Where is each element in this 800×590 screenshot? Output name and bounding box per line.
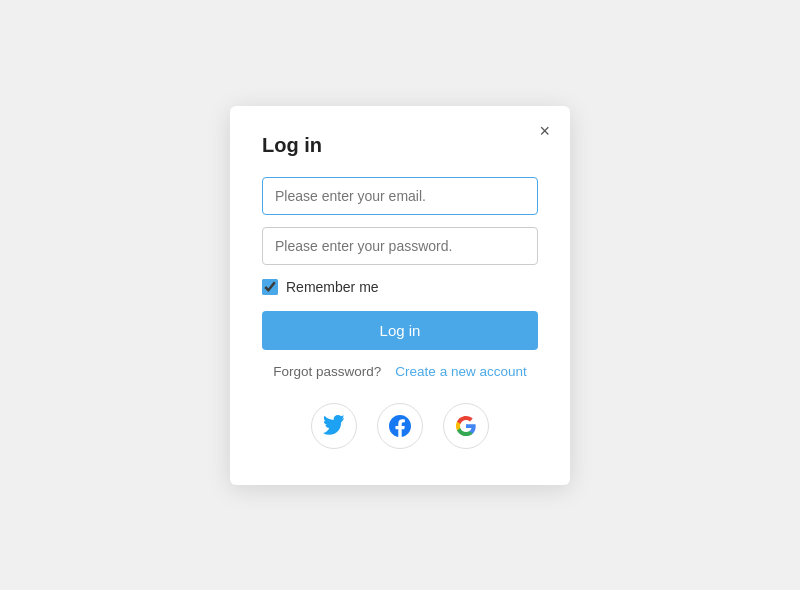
password-input[interactable] bbox=[262, 227, 538, 265]
remember-me-row: Remember me bbox=[262, 279, 538, 295]
login-modal: × Log in Remember me Log in Forgot passw… bbox=[230, 106, 570, 485]
create-account-link[interactable]: Create a new account bbox=[395, 364, 526, 379]
forgot-password-label: Forgot password? bbox=[273, 364, 381, 379]
social-login-row bbox=[262, 403, 538, 449]
email-input[interactable] bbox=[262, 177, 538, 215]
login-button[interactable]: Log in bbox=[262, 311, 538, 350]
modal-title: Log in bbox=[262, 134, 538, 157]
remember-me-label[interactable]: Remember me bbox=[286, 279, 379, 295]
remember-me-checkbox[interactable] bbox=[262, 279, 278, 295]
facebook-icon bbox=[389, 415, 411, 437]
facebook-login-button[interactable] bbox=[377, 403, 423, 449]
links-row: Forgot password? Create a new account bbox=[262, 364, 538, 379]
google-icon bbox=[455, 415, 477, 437]
close-button[interactable]: × bbox=[535, 120, 554, 142]
google-login-button[interactable] bbox=[443, 403, 489, 449]
twitter-login-button[interactable] bbox=[311, 403, 357, 449]
twitter-icon bbox=[323, 415, 345, 437]
